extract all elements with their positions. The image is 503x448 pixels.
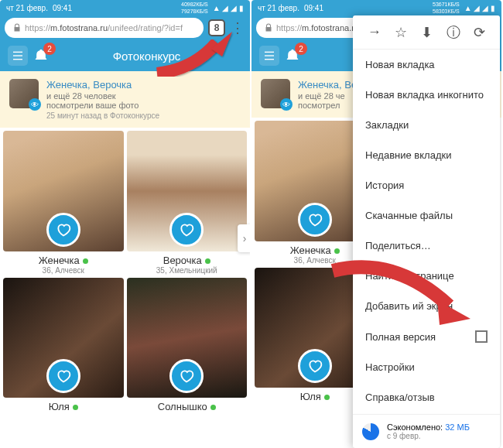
forward-icon[interactable]: →	[368, 24, 382, 40]
status-icons: ▲ ◢ ◢ ▮	[213, 4, 244, 12]
svg-rect-3	[265, 52, 274, 53]
photo-card[interactable]: Солнышко	[127, 278, 248, 413]
menu-recent-tabs[interactable]: Недавние вкладки	[353, 140, 500, 170]
menu-bookmarks[interactable]: Закладки	[353, 110, 500, 140]
like-button[interactable]	[46, 213, 80, 247]
photo	[127, 278, 248, 398]
menu-desktop-site[interactable]: Полная версия	[353, 321, 500, 352]
tab-count[interactable]: 8	[208, 19, 225, 36]
online-dot	[73, 405, 78, 410]
card-meta: 35, Хмельницкий	[127, 266, 248, 275]
like-button[interactable]	[46, 359, 80, 393]
menu-add-to-home[interactable]: Добавить ий экран	[353, 291, 500, 321]
menu-downloads[interactable]: Скачанные файлы	[353, 200, 500, 231]
app-header: 2 Фотоконкурс	[0, 40, 250, 71]
notice-banner[interactable]: 👁 Женечка, Верочка и ещё 28 человек посм…	[0, 71, 250, 128]
online-dot	[83, 258, 88, 264]
info-icon[interactable]: ⓘ	[447, 23, 460, 42]
browser-menu: → ☆ ⬇ ⓘ ⟳ Новая вкладка Новая вкладка ин…	[353, 15, 500, 448]
photo-card[interactable]: Верочка 35, Хмельницкий	[127, 131, 248, 275]
card-name: Юля	[3, 401, 124, 412]
card-meta: 36, Алчевск	[3, 266, 124, 275]
svg-rect-2	[13, 59, 22, 60]
browser-url-bar: https://m.fotostrana.ru/unifeed/rating/?…	[0, 15, 250, 40]
card-name: Женечка	[3, 255, 124, 266]
like-button[interactable]	[298, 349, 332, 383]
svg-rect-5	[265, 59, 274, 60]
svg-rect-1	[13, 55, 22, 56]
photo	[3, 278, 124, 398]
menu-toolbar: → ☆ ⬇ ⓘ ⟳	[353, 15, 500, 50]
bookmark-icon[interactable]: ☆	[395, 24, 407, 41]
menu-new-tab[interactable]: Новая вкладка	[353, 50, 500, 80]
data-saver-icon	[362, 423, 379, 440]
online-dot	[210, 405, 216, 410]
desktop-site-checkbox[interactable]	[475, 330, 488, 343]
sidebar-icon[interactable]	[259, 46, 279, 66]
notice-title: Женечка, Верочка	[46, 79, 241, 91]
menu-find-in-page[interactable]: Найти на странице	[353, 261, 500, 291]
eye-icon: 👁	[29, 98, 41, 111]
online-dot	[205, 258, 210, 264]
like-button[interactable]	[169, 359, 204, 393]
card-name: Верочка	[127, 255, 248, 266]
browser-menu-button[interactable]: ⋮	[230, 19, 245, 36]
phone-right: чт 21 февр. 09:41 53671КБ/S58303КБ/S ▲ ◢…	[252, 0, 501, 448]
notification-icon[interactable]: 2	[282, 46, 303, 66]
photo-grid: Женечка 36, Алчевск Верочка 35, Хмельниц…	[0, 128, 250, 416]
phone-left: чт 21 февр. 09:41 40982КБ/S79278КБ/S ▲ ◢…	[0, 0, 250, 448]
photo	[3, 131, 124, 251]
lock-icon	[12, 23, 22, 32]
avatar: 👁	[261, 79, 290, 108]
menu-incognito[interactable]: Новая вкладка инкогнито	[353, 80, 500, 110]
page-title: Фотоконкурс	[51, 50, 242, 63]
like-button[interactable]	[169, 213, 204, 247]
lock-icon	[264, 23, 273, 32]
status-time: 09:41	[53, 4, 72, 12]
avatar: 👁	[9, 79, 39, 108]
menu-history[interactable]: История	[353, 170, 500, 200]
next-page-arrow[interactable]: ›	[238, 224, 250, 252]
svg-rect-0	[13, 52, 22, 53]
menu-help[interactable]: Справка/отзыв	[353, 382, 500, 412]
download-icon[interactable]: ⬇	[421, 24, 433, 41]
photo-card[interactable]: Женечка 36, Алчевск	[3, 131, 124, 275]
photo-card[interactable]: Юля	[3, 278, 124, 413]
sidebar-icon[interactable]	[8, 46, 28, 66]
url-field[interactable]: https://m.fotostrana.ru/unifeed/rating/?…	[5, 18, 204, 38]
like-button[interactable]	[298, 203, 332, 237]
svg-rect-4	[265, 55, 274, 56]
status-date: чт 21 февр.	[6, 4, 48, 12]
eye-icon: 👁	[280, 98, 293, 111]
notification-icon[interactable]: 2	[31, 46, 51, 66]
status-bar: чт 21 февр. 09:41 40982КБ/S79278КБ/S ▲ ◢…	[0, 0, 250, 15]
menu-share[interactable]: Поделиться…	[353, 231, 500, 261]
menu-settings[interactable]: Настройки	[353, 352, 500, 382]
data-saver-info[interactable]: Сэкономлено: 32 МБ с 9 февр.	[353, 414, 500, 448]
card-name: Солнышко	[127, 401, 248, 412]
photo	[127, 131, 248, 251]
notification-badge: 2	[43, 43, 56, 55]
reload-icon[interactable]: ⟳	[474, 24, 485, 41]
status-bar: чт 21 февр. 09:41 53671КБ/S58303КБ/S ▲ ◢…	[252, 0, 501, 15]
